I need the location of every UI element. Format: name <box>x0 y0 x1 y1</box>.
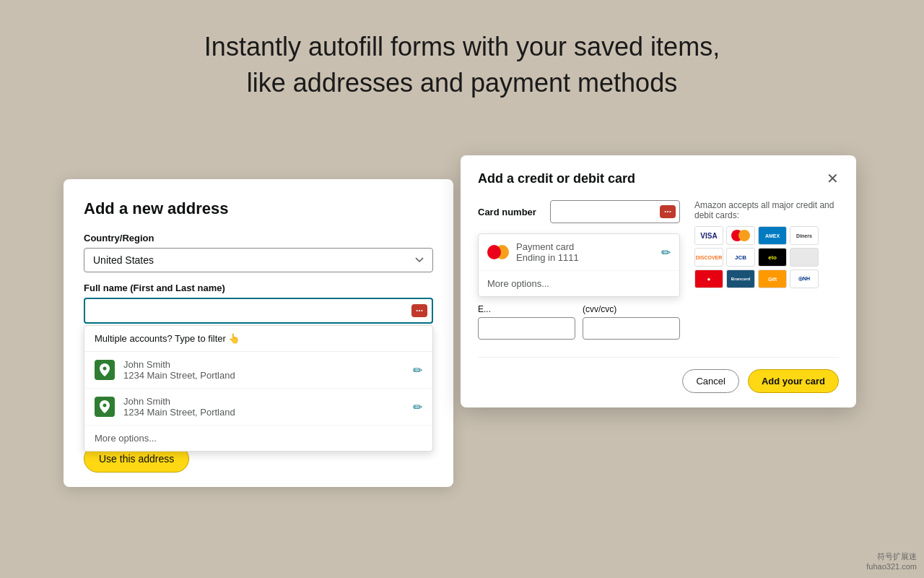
modal-left: Card number ··· Payment card Ending in 1… <box>478 200 680 350</box>
amex-logo: AMEX <box>758 226 787 245</box>
autocomplete-item-1-edit[interactable]: ✏ <box>413 363 422 377</box>
fullname-group: Full name (First and Last name) ··· Mult… <box>84 282 433 324</box>
fullname-input[interactable] <box>84 298 433 324</box>
autocomplete-item-1-name: John Smith <box>123 359 413 370</box>
watermark-line2: fuhao321.com <box>866 562 917 571</box>
card-number-input-wrap: ··· <box>550 200 680 223</box>
cvv-input[interactable] <box>583 317 680 340</box>
brancard-logo: Brancard <box>726 269 755 288</box>
card-more-options[interactable]: More options... <box>479 271 679 296</box>
autocomplete-item-2[interactable]: John Smith 1234 Main Street, Portland ✏ <box>84 389 432 426</box>
discover-logo: DISCOVER <box>694 248 723 267</box>
autocomplete-item-2-edit[interactable]: ✏ <box>413 400 422 414</box>
expiry-input[interactable] <box>478 317 575 340</box>
modal-body: Card number ··· Payment card Ending in 1… <box>478 200 839 350</box>
dots-badge: ··· <box>411 304 427 317</box>
stripe-logo <box>790 248 819 267</box>
cvv-field: (cvv/cvc) <box>583 304 680 340</box>
autocomplete-header: Multiple accounts? Type to filter 👆 <box>84 326 432 352</box>
address-form-title: Add a new address <box>84 199 433 218</box>
expiry-label: E... <box>478 304 575 314</box>
card-autofill-type: Payment card <box>516 241 661 252</box>
mastercard-logo <box>726 226 755 245</box>
autocomplete-item-1[interactable]: John Smith 1234 Main Street, Portland ✏ <box>84 352 432 389</box>
card-autofill-dropdown: Payment card Ending in 1111 ✏ More optio… <box>478 233 680 297</box>
mastercard-icon <box>487 245 509 259</box>
autocomplete-item-2-addr: 1234 Main Street, Portland <box>123 407 413 418</box>
red-logo: ● <box>694 269 723 288</box>
address-icon-2 <box>95 397 115 417</box>
expiry-field: E... <box>478 304 575 340</box>
modal-right: Amazon accepts all major credit and debi… <box>694 200 839 350</box>
autocomplete-dropdown: Multiple accounts? Type to filter 👆 John… <box>84 325 433 452</box>
jcb-logo: JCB <box>726 248 755 267</box>
credit-card-modal: Add a credit or debit card ✕ Card number… <box>461 155 856 407</box>
card-autofill-item[interactable]: Payment card Ending in 1111 ✏ <box>479 234 679 271</box>
address-icon-1 <box>95 360 115 380</box>
modal-footer: Cancel Add your card <box>478 357 839 407</box>
card-autofill-text: Payment card Ending in 1111 <box>516 241 661 263</box>
card-edit-icon[interactable]: ✏ <box>661 246 671 259</box>
accepts-text: Amazon accepts all major credit and debi… <box>694 200 839 220</box>
add-card-button[interactable]: Add your card <box>748 369 839 393</box>
watermark: 符号扩展迷 fuhao321.com <box>866 551 917 571</box>
address-form-card: Add a new address Country/Region United … <box>64 179 453 487</box>
modal-close-button[interactable]: ✕ <box>827 170 839 187</box>
gift-logo: Gift <box>758 269 787 288</box>
autocomplete-more[interactable]: More options... <box>84 426 432 451</box>
card-logos-grid: VISA AMEX Diners DISCOVER JCB elo ● Bran… <box>694 226 839 288</box>
card-autofill-ending: Ending in 1111 <box>516 252 661 263</box>
country-group: Country/Region United StatesCanadaUnited… <box>84 233 433 272</box>
header-line2: like addresses and payment methods <box>247 68 677 98</box>
header-line1: Instantly autofill forms with your saved… <box>204 32 720 61</box>
card-number-label: Card number <box>478 207 543 217</box>
autocomplete-item-2-text: John Smith 1234 Main Street, Portland <box>123 396 413 418</box>
nh-logo: ◎NH <box>790 269 819 288</box>
watermark-line1: 符号扩展迷 <box>866 551 917 562</box>
page-header: Instantly autofill forms with your saved… <box>0 0 924 102</box>
fullname-input-wrap: ··· <box>84 298 433 324</box>
cvv-label: (cvv/cvc) <box>583 304 680 314</box>
card-dots-badge: ··· <box>660 205 676 218</box>
visa-logo: VISA <box>694 226 723 245</box>
modal-title: Add a credit or debit card <box>478 171 635 186</box>
autocomplete-item-1-addr: 1234 Main Street, Portland <box>123 370 413 381</box>
expiry-cvv-row: E... (cvv/cvc) <box>478 304 680 340</box>
autocomplete-item-1-text: John Smith 1234 Main Street, Portland <box>123 359 413 381</box>
modal-header: Add a credit or debit card ✕ <box>478 170 839 187</box>
card-number-row: Card number ··· <box>478 200 680 223</box>
diners-logo: Diners <box>790 226 819 245</box>
cancel-button[interactable]: Cancel <box>682 369 738 393</box>
fullname-label: Full name (First and Last name) <box>84 282 433 293</box>
country-select[interactable]: United StatesCanadaUnited Kingdom <box>84 248 433 272</box>
elo-logo: elo <box>758 248 787 267</box>
country-label: Country/Region <box>84 233 433 243</box>
autocomplete-item-2-name: John Smith <box>123 396 413 407</box>
